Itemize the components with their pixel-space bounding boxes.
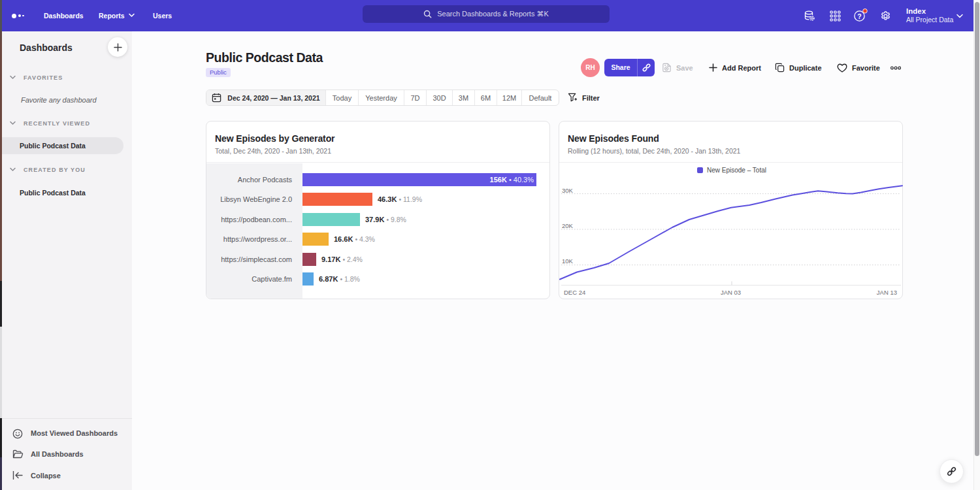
svg-text:?: ? — [857, 12, 861, 20]
